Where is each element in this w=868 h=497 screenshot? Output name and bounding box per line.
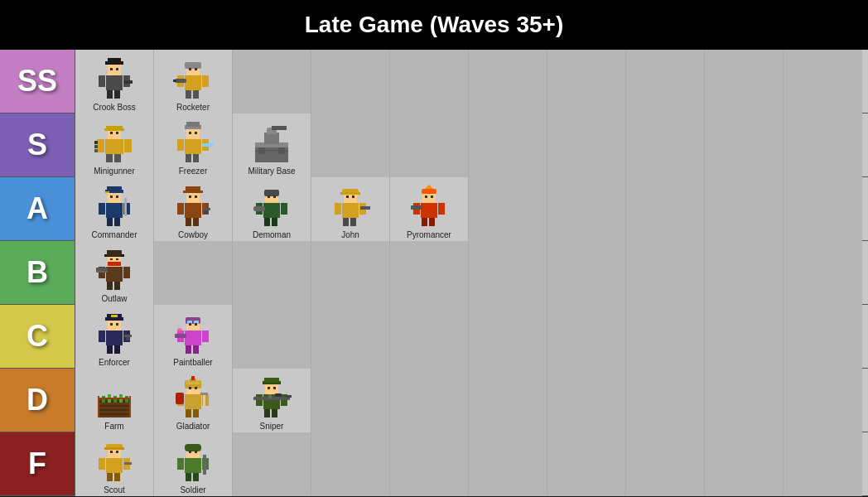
empty-cell xyxy=(469,432,547,496)
svg-rect-81 xyxy=(264,218,270,226)
svg-rect-149 xyxy=(195,323,197,326)
empty-cell xyxy=(154,241,233,305)
svg-rect-63 xyxy=(124,198,127,216)
empty-cell xyxy=(469,241,547,305)
tier-label-d: D xyxy=(0,369,75,432)
svg-rect-69 xyxy=(186,186,200,192)
tier-content-ss: Crook Boss Rocketer xyxy=(75,50,868,113)
svg-rect-101 xyxy=(422,189,436,194)
empty-cell xyxy=(547,432,626,496)
svg-rect-162 xyxy=(98,398,131,399)
svg-rect-65 xyxy=(116,195,118,198)
svg-rect-183 xyxy=(272,409,277,417)
page-title: Late Game (Waves 35+) xyxy=(0,0,868,50)
outlaw-icon xyxy=(92,248,137,293)
crook_boss-icon xyxy=(92,56,137,102)
tier-content-s: Minigunner Freezer xyxy=(75,113,868,176)
empty-cell xyxy=(784,305,862,369)
page-container: Late Game (Waves 35+) SS Crook Boss xyxy=(0,0,868,496)
svg-rect-203 xyxy=(185,458,201,473)
tier-row-a: A Commander xyxy=(0,177,868,241)
svg-rect-76 xyxy=(189,195,191,198)
freezer-icon xyxy=(171,120,216,166)
svg-rect-205 xyxy=(185,444,201,451)
svg-rect-33 xyxy=(110,132,113,134)
svg-rect-189 xyxy=(275,393,282,397)
svg-rect-173 xyxy=(203,388,205,408)
svg-rect-58 xyxy=(105,191,109,193)
empty-cell xyxy=(311,241,390,305)
commander-icon xyxy=(92,184,137,229)
empty-cell xyxy=(547,113,626,177)
tier-row-d: D Farm xyxy=(0,369,868,432)
tier-cell-soldier: Soldier xyxy=(154,432,233,496)
svg-rect-114 xyxy=(107,250,122,256)
empty-cell xyxy=(705,305,784,369)
empty-cell xyxy=(469,113,547,177)
empty-cell xyxy=(311,113,390,177)
svg-rect-64 xyxy=(110,195,113,198)
tier-cell-freezer: Freezer xyxy=(154,113,233,177)
svg-rect-43 xyxy=(202,143,213,147)
tier-content-d: Farm Gladiator xyxy=(75,369,868,432)
tier-cell-military_base: Military Base xyxy=(233,113,311,177)
svg-rect-54 xyxy=(106,203,123,218)
demoman-icon xyxy=(249,184,295,229)
tier-row-b: B Outlaw xyxy=(0,241,868,305)
svg-rect-176 xyxy=(189,387,191,389)
demoman-label: Demoman xyxy=(253,230,291,239)
empty-cell xyxy=(311,50,390,113)
tier-list: SS Crook Boss xyxy=(0,50,868,496)
crook_boss-label: Crook Boss xyxy=(93,103,136,112)
svg-rect-22 xyxy=(105,139,123,154)
svg-rect-19 xyxy=(173,80,176,82)
svg-rect-148 xyxy=(189,323,191,326)
empty-cell xyxy=(626,177,705,241)
svg-rect-1 xyxy=(108,64,121,75)
tier-content-f: Scout Soldier xyxy=(75,432,868,495)
svg-rect-212 xyxy=(195,451,197,453)
svg-rect-3 xyxy=(108,58,121,63)
paintballer-icon xyxy=(171,311,216,357)
empty-cell xyxy=(705,177,784,241)
empty-cell xyxy=(390,50,469,113)
svg-rect-86 xyxy=(268,195,270,198)
svg-rect-92 xyxy=(343,218,349,226)
tier-label-c: C xyxy=(0,305,75,368)
svg-rect-18 xyxy=(175,79,186,83)
svg-rect-188 xyxy=(268,394,272,398)
svg-rect-129 xyxy=(107,345,113,354)
svg-rect-111 xyxy=(106,267,123,282)
svg-rect-11 xyxy=(185,75,201,90)
empty-cell xyxy=(469,177,547,241)
svg-rect-122 xyxy=(110,258,113,260)
svg-rect-75 xyxy=(204,210,208,214)
empty-cell xyxy=(390,432,469,496)
svg-rect-175 xyxy=(176,393,184,404)
svg-rect-98 xyxy=(352,195,354,198)
svg-rect-136 xyxy=(116,323,118,326)
svg-rect-201 xyxy=(110,451,113,453)
farm-label: Farm xyxy=(104,422,123,431)
minigunner-label: Minigunner xyxy=(94,166,134,176)
tier-cell-outlaw: Outlaw xyxy=(75,241,154,305)
svg-rect-104 xyxy=(429,218,435,226)
tier-row-ss: SS Crook Boss xyxy=(0,50,868,113)
svg-rect-210 xyxy=(203,455,206,475)
empty-cell xyxy=(233,305,311,369)
tier-cell-rocketer: Rocketer xyxy=(154,50,233,113)
svg-rect-96 xyxy=(360,206,370,210)
empty-cell xyxy=(705,113,784,177)
svg-rect-87 xyxy=(273,195,276,198)
svg-rect-0 xyxy=(106,75,123,90)
enforcer-label: Enforcer xyxy=(99,358,130,367)
svg-rect-143 xyxy=(193,345,199,354)
john-label: John xyxy=(341,230,359,239)
svg-rect-10 xyxy=(116,68,118,70)
gladiator-label: Gladiator xyxy=(176,422,210,431)
svg-rect-39 xyxy=(186,154,191,162)
empty-cell xyxy=(626,241,705,305)
tier-cell-john: John xyxy=(311,177,390,241)
svg-rect-110 xyxy=(431,195,433,198)
svg-rect-154 xyxy=(99,413,129,415)
